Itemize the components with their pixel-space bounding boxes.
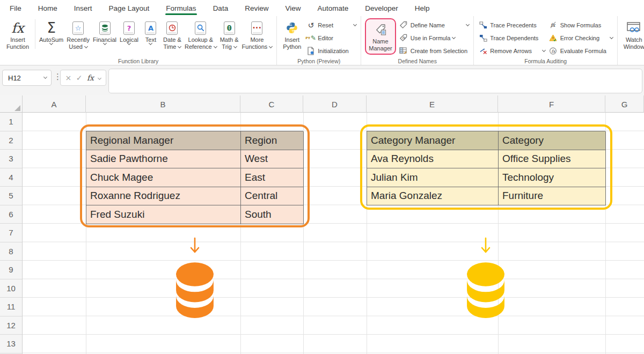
row-header-5[interactable]: 5	[0, 187, 22, 205]
row-header-11[interactable]: 11	[0, 298, 22, 316]
row-header-10[interactable]: 10	[0, 279, 22, 298]
cancel-icon[interactable]: ×	[65, 73, 71, 82]
row-header-4[interactable]: 4	[0, 168, 22, 187]
chevron-down-icon	[84, 44, 88, 48]
menu-tab-file[interactable]: File	[9, 1, 23, 16]
insert-function-fx-icon[interactable]: fx	[87, 73, 94, 82]
initialization-button[interactable]: Initialization	[304, 45, 358, 56]
math-trig-button[interactable]: θ Math & Trig	[218, 18, 240, 51]
trace-precedents-button[interactable]: Trace Precedents	[477, 19, 546, 31]
column-header-e[interactable]: E	[367, 95, 498, 113]
define-name-button[interactable]: Define Name	[397, 19, 471, 31]
formula-input[interactable]	[108, 69, 642, 93]
editor-icon: PY✎	[306, 34, 316, 42]
menu-tab-review[interactable]: Review	[244, 1, 269, 16]
cell-C3[interactable]: West	[241, 150, 304, 169]
more-functions-button[interactable]: ••• More Functions	[240, 18, 274, 51]
insert-function-button[interactable]: fx Insert Function	[3, 18, 33, 51]
insert-python-button[interactable]: Insert Python	[280, 18, 304, 51]
name-manager-button[interactable]: Name Manager	[367, 20, 393, 53]
cell-F4[interactable]: Technology	[499, 168, 606, 187]
row-header-2[interactable]: 2	[0, 131, 22, 150]
autosum-button[interactable]: Σ AutoSum	[38, 18, 65, 46]
cell-B6[interactable]: Fred Suzuki	[86, 205, 241, 224]
svg-text:fx: fx	[552, 48, 556, 53]
editor-button[interactable]: PY✎ Editor	[304, 32, 358, 43]
create-from-selection-button[interactable]: Create from Selection	[397, 45, 471, 56]
row-header-12[interactable]: 12	[0, 316, 22, 335]
orange-database-icon	[175, 262, 214, 327]
financial-button[interactable]: Financial	[91, 18, 118, 46]
ribbon-group-defined-names: Name Manager Define Name fx Use in Formu	[361, 16, 473, 65]
cell-F5[interactable]: Furniture	[499, 187, 606, 206]
text-button[interactable]: A Text	[140, 18, 162, 46]
ribbon: fx Insert Function Σ AutoSum ☆ Recently …	[0, 16, 644, 65]
column-header-c[interactable]: C	[240, 95, 303, 113]
label: Python	[283, 43, 301, 50]
cell-C5[interactable]: Central	[241, 187, 304, 206]
column-header-a[interactable]: A	[23, 95, 86, 113]
cell-C4[interactable]: East	[241, 168, 304, 187]
remove-arrows-button[interactable]: Remove Arrows	[477, 45, 546, 56]
recently-used-button[interactable]: ☆ Recently Used	[65, 18, 91, 51]
column-header-f[interactable]: F	[498, 95, 605, 113]
select-all-corner[interactable]	[0, 95, 23, 113]
cell-F2[interactable]: Category	[499, 131, 606, 150]
cell-B3[interactable]: Sadie Pawthorne	[86, 150, 241, 169]
lookup-reference-button[interactable]: Lookup & Reference	[183, 18, 218, 51]
menu-tab-insert[interactable]: Insert	[73, 1, 93, 16]
cell-B2[interactable]: Regional Manager	[86, 131, 241, 150]
excel-window: File Home Insert Page Layout Formulas Da…	[0, 0, 644, 354]
logical-icon: ?	[123, 19, 135, 36]
column-header-g[interactable]: G	[605, 95, 644, 113]
reset-button[interactable]: ↺ Reset	[304, 19, 358, 31]
menu-tab-page-layout[interactable]: Page Layout	[108, 1, 151, 16]
row-header-1[interactable]: 1	[0, 113, 22, 131]
cell-B5[interactable]: Roxanne Rodriguez	[86, 187, 241, 206]
label: Function	[6, 43, 29, 50]
menu-tab-help[interactable]: Help	[414, 1, 431, 16]
date-time-button[interactable]: Date & Time	[162, 18, 183, 51]
row-header-3[interactable]: 3	[0, 150, 22, 168]
menu-tab-home[interactable]: Home	[37, 1, 58, 16]
column-header-b[interactable]: B	[86, 95, 240, 113]
menu-tab-automate[interactable]: Automate	[316, 1, 349, 16]
trace-dependents-button[interactable]: Trace Dependents	[477, 32, 546, 43]
label: Recently	[67, 36, 90, 43]
row-header-9[interactable]: 9	[0, 261, 22, 279]
select-all-triangle-icon	[14, 105, 20, 111]
menu-tab-view[interactable]: View	[284, 1, 302, 16]
evaluate-formula-button[interactable]: fx Evaluate Formula	[547, 45, 615, 56]
menu-tab-developer[interactable]: Developer	[364, 1, 399, 16]
yellow-down-arrow-icon	[480, 237, 491, 259]
cell-C6[interactable]: South	[241, 205, 304, 224]
menu-tab-formulas[interactable]: Formulas	[165, 1, 197, 16]
row-header-8[interactable]: 8	[0, 242, 22, 261]
cell-E5[interactable]: Maria Gonzalez	[367, 187, 499, 206]
trace-dependents-icon	[478, 34, 488, 42]
group-label-python-preview: Python (Preview)	[277, 58, 361, 64]
menu-tab-data[interactable]: Data	[212, 1, 230, 16]
cell-E3[interactable]: Ava Reynolds	[367, 150, 499, 169]
cell-B4[interactable]: Chuck Magee	[86, 168, 241, 187]
row-header-6[interactable]: 6	[0, 205, 22, 224]
cell-E4[interactable]: Julian Kim	[367, 168, 499, 187]
chevron-down-icon	[542, 48, 546, 51]
row-header-7[interactable]: 7	[0, 224, 22, 242]
logical-button[interactable]: ? Logical	[118, 18, 140, 46]
error-checking-button[interactable]: Error Checking	[547, 32, 615, 43]
cell-F3[interactable]: Office Supplies	[499, 150, 606, 169]
enter-icon[interactable]: ✓	[76, 73, 83, 82]
column-header-d[interactable]: D	[303, 95, 367, 113]
show-formulas-button[interactable]: fx Show Formulas	[547, 19, 615, 31]
cell-C2[interactable]: Region	[241, 131, 304, 150]
chevron-down-icon	[178, 44, 181, 48]
cell-E2[interactable]: Category Manager	[367, 131, 499, 150]
watch-window-button[interactable]: Watch Window	[620, 18, 644, 51]
use-in-formula-button[interactable]: fx Use in Formula	[397, 32, 471, 43]
row-header-13[interactable]: 13	[0, 335, 22, 353]
name-manager-icon	[374, 21, 387, 38]
ribbon-group-function-library: fx Insert Function Σ AutoSum ☆ Recently …	[0, 16, 276, 65]
name-box[interactable]: H12	[2, 70, 52, 86]
label: Time	[163, 43, 176, 50]
